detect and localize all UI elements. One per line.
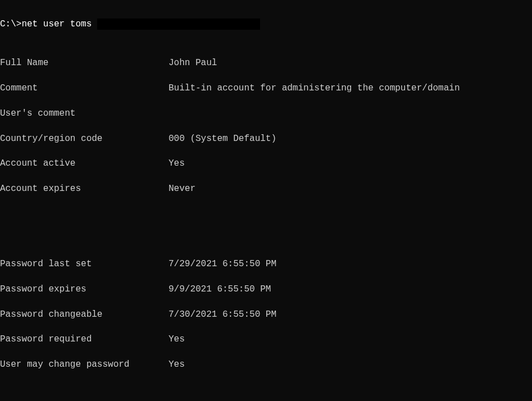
field-value: Never xyxy=(169,183,532,195)
field-full-name: Full NameJohn Paul xyxy=(0,57,532,69)
field-pwd-last-set: Password last set7/29/2021 6:55:50 PM xyxy=(0,258,532,270)
field-account-active: Account activeYes xyxy=(0,157,532,170)
field-label: Password required xyxy=(0,333,169,345)
blank-row xyxy=(0,220,532,233)
field-value: Yes xyxy=(169,358,532,371)
field-account-expires: Account expiresNever xyxy=(0,183,532,195)
field-value: 7/29/2021 6:55:50 PM xyxy=(169,258,532,270)
field-comment: CommentBuilt-in account for administerin… xyxy=(0,82,532,94)
field-value: Built-in account for administering the c… xyxy=(169,82,532,94)
field-label: Comment xyxy=(0,82,169,94)
field-value: Yes xyxy=(169,333,532,345)
field-pwd-changeable: Password changeable7/30/2021 6:55:50 PM xyxy=(0,308,532,321)
field-label: Account active xyxy=(0,157,169,170)
field-country-region: Country/region code000 (System Default) xyxy=(0,133,532,145)
field-pwd-required: Password requiredYes xyxy=(0,333,532,345)
field-label: Account expires xyxy=(0,183,169,195)
field-pwd-expires: Password expires9/9/2021 6:55:50 PM xyxy=(0,283,532,295)
blank-row xyxy=(0,396,532,401)
field-user-may-change: User may change passwordYes xyxy=(0,358,532,371)
field-value: 9/9/2021 6:55:50 PM xyxy=(169,283,532,295)
field-label: User's comment xyxy=(0,107,169,120)
field-users-comment: User's comment xyxy=(0,107,532,120)
field-label: User may change password xyxy=(0,358,169,371)
redacted-block xyxy=(97,19,260,30)
field-value: 7/30/2021 6:55:50 PM xyxy=(169,308,532,321)
command-output: Full NameJohn Paul CommentBuilt-in accou… xyxy=(0,31,532,401)
command-text: net user toms xyxy=(21,19,92,29)
field-label: Password changeable xyxy=(0,308,169,321)
field-value: Yes xyxy=(169,157,532,170)
field-value xyxy=(169,107,532,120)
field-label: Password expires xyxy=(0,283,169,295)
field-value: 000 (System Default) xyxy=(169,133,532,145)
field-label: Country/region code xyxy=(0,133,169,145)
field-label: Password last set xyxy=(0,258,169,270)
command-prompt-line[interactable]: C:\>net user toms xyxy=(0,18,532,30)
prompt-prefix: C:\> xyxy=(0,19,21,29)
field-value: John Paul xyxy=(169,57,532,69)
field-label: Full Name xyxy=(0,57,169,69)
